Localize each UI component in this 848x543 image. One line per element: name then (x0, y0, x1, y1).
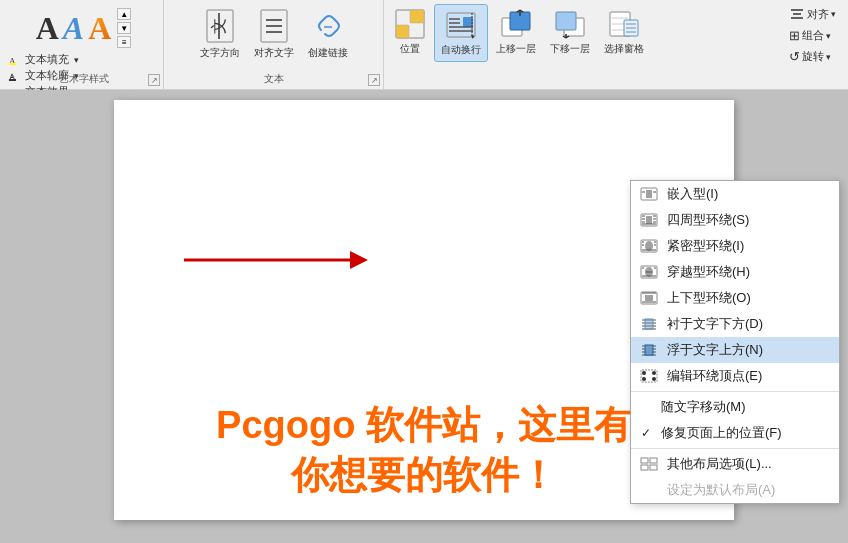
bring-forward-btn[interactable]: 上移一层 (490, 4, 542, 60)
text-fill-arrow[interactable]: ▾ (74, 55, 79, 65)
text-fill-label: 文本填充 (25, 52, 69, 67)
menu-item-infront-label: 浮于文字上方(N) (667, 341, 763, 359)
text-fill-btn[interactable]: A 文本填充 ▾ (8, 52, 159, 67)
grid-icon (639, 456, 659, 472)
create-link-btn[interactable]: 创建链接 (304, 4, 352, 64)
send-back-label: 下移一层 (550, 42, 590, 56)
separator-1 (631, 391, 839, 392)
svg-rect-56 (646, 216, 652, 224)
group-label: 组合 (802, 28, 824, 43)
infront-icon (639, 342, 659, 358)
menu-item-setdefault: 设定为默认布局(A) (631, 477, 839, 503)
menu-item-tight-label: 紧密型环绕(I) (667, 237, 744, 255)
menu-item-behind[interactable]: 衬于文字下方(D) (631, 311, 839, 337)
red-arrow (174, 245, 374, 275)
select-pane-btn[interactable]: 选择窗格 (598, 4, 650, 60)
align-label: 对齐 (807, 7, 829, 22)
wrap-dropdown-menu: 嵌入型(I) 四周型环绕(S) (630, 180, 840, 504)
menu-item-editpoints-label: 编辑环绕顶点(E) (667, 367, 762, 385)
select-pane-label: 选择窗格 (604, 42, 644, 56)
editpoints-icon (639, 368, 659, 384)
art-scroll-expand[interactable]: ≡ (117, 36, 131, 48)
rotate-btn[interactable]: ↺ 旋转 ▾ (785, 47, 835, 66)
text-direction-label: 文字方向 (200, 46, 240, 60)
rotate-icon: ↺ (789, 49, 800, 64)
menu-item-inline[interactable]: 嵌入型(I) (631, 181, 839, 207)
svg-rect-96 (641, 458, 648, 463)
group-row: ⊞ 组合 ▾ (785, 26, 840, 45)
svg-rect-85 (645, 319, 653, 329)
svg-rect-98 (641, 465, 648, 470)
position-btn[interactable]: 位置 (388, 4, 432, 60)
send-back-btn[interactable]: 下移一层 (544, 4, 596, 60)
menu-item-setdefault-label: 设定为默认布局(A) (667, 481, 775, 499)
bring-forward-icon (500, 8, 532, 40)
menu-item-tight[interactable]: 紧密型环绕(I) (631, 233, 839, 259)
tight-wrap-icon (639, 238, 659, 254)
menu-item-through[interactable]: 穿越型环绕(H) (631, 259, 839, 285)
inline-icon (639, 186, 659, 202)
select-pane-icon (608, 8, 640, 40)
text-fill-icon: A (8, 55, 22, 65)
bring-forward-label: 上移一层 (496, 42, 536, 56)
art-text-group-label: 艺术字样式 (4, 72, 163, 86)
auto-wrap-icon: ▾ (445, 9, 477, 41)
auto-wrap-btn[interactable]: ▾ 自动换行 (434, 4, 488, 62)
svg-point-94 (642, 377, 646, 381)
art-style-2[interactable]: A (63, 10, 84, 47)
svg-point-93 (652, 371, 656, 375)
menu-item-fixpage-label: 修复页面上的位置(F) (661, 424, 782, 442)
text-group: 文 文字方向 对齐文字 (164, 0, 384, 89)
svg-rect-31 (556, 12, 576, 30)
send-back-icon (554, 8, 586, 40)
through-wrap-icon (639, 264, 659, 280)
menu-item-topbottom[interactable]: 上下型环绕(O) (631, 285, 839, 311)
layout-group: 位置 ▾ 自动换行 (384, 0, 781, 89)
align-arrow[interactable]: ▾ (831, 9, 836, 19)
align-row: 对齐 ▾ (785, 4, 840, 24)
menu-item-infront[interactable]: 浮于文字上方(N) (631, 337, 839, 363)
group-arrow[interactable]: ▾ (826, 31, 831, 41)
rotate-row: ↺ 旋转 ▾ (785, 47, 840, 66)
menu-item-inline-label: 嵌入型(I) (667, 185, 718, 203)
menu-item-fixpage[interactable]: ✓ 修复页面上的位置(F) (631, 420, 839, 446)
svg-rect-78 (645, 295, 653, 301)
align-text-icon (258, 8, 290, 44)
create-link-icon (312, 8, 344, 44)
text-direction-btn[interactable]: 文 文字方向 (196, 4, 244, 64)
ribbon: A A A ▲ ▼ ≡ A 文本填充 ▾ (0, 0, 848, 90)
menu-item-movewithtext[interactable]: 随文字移动(M) (631, 394, 839, 420)
align-icon (789, 6, 805, 22)
art-style-3[interactable]: A (88, 10, 111, 47)
text-dialog-launcher[interactable]: ↗ (368, 74, 380, 86)
group-icon: ⊞ (789, 28, 800, 43)
auto-wrap-label: 自动换行 (441, 43, 481, 57)
rotate-arrow[interactable]: ▾ (826, 52, 831, 62)
square-wrap-icon (639, 212, 659, 228)
svg-rect-1 (9, 63, 16, 65)
far-right-group: 对齐 ▾ ⊞ 组合 ▾ ↺ 旋转 ▾ (781, 0, 844, 89)
art-scroll-down[interactable]: ▼ (117, 22, 131, 34)
menu-item-square[interactable]: 四周型环绕(S) (631, 207, 839, 233)
svg-rect-97 (650, 458, 657, 463)
behind-icon (639, 316, 659, 332)
art-scroll-up[interactable]: ▲ (117, 8, 131, 20)
art-style-1[interactable]: A (36, 10, 59, 47)
topbottom-wrap-icon (639, 290, 659, 306)
text-group-label: 文本 (164, 72, 383, 86)
align-text-btn[interactable]: 对齐文字 (250, 4, 298, 64)
svg-rect-15 (410, 10, 424, 23)
menu-item-moreoptions[interactable]: 其他布局选项(L)... (631, 451, 839, 477)
text-group-items: 文 文字方向 对齐文字 (196, 4, 352, 71)
rotate-label: 旋转 (802, 49, 824, 64)
menu-item-editpoints[interactable]: 编辑环绕顶点(E) (631, 363, 839, 389)
group-btn[interactable]: ⊞ 组合 ▾ (785, 26, 835, 45)
position-label: 位置 (400, 42, 420, 56)
svg-rect-99 (650, 465, 657, 470)
align-btn[interactable]: 对齐 ▾ (785, 4, 840, 24)
svg-point-92 (642, 371, 646, 375)
art-text-dialog-launcher[interactable]: ↗ (148, 74, 160, 86)
align-text-label: 对齐文字 (254, 46, 294, 60)
menu-item-square-label: 四周型环绕(S) (667, 211, 749, 229)
art-text-samples: A A A ▲ ▼ ≡ (36, 4, 132, 48)
